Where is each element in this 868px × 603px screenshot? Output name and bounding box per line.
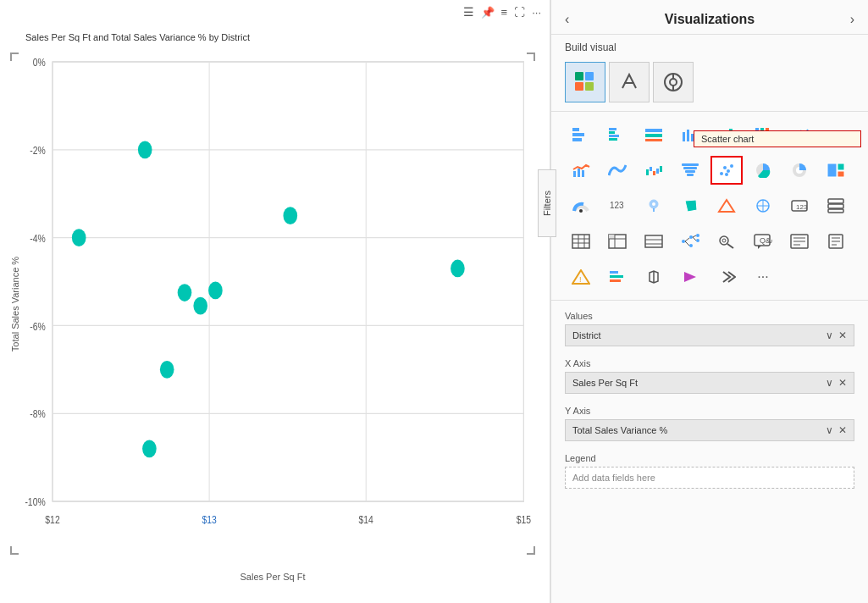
svg-point-21 <box>72 229 86 246</box>
map-icon[interactable] <box>638 191 670 220</box>
nav-left-arrow[interactable]: ‹ <box>565 12 569 27</box>
matrix-icon[interactable] <box>601 227 633 256</box>
legend-placeholder[interactable]: Add data fields here <box>565 467 854 489</box>
svg-rect-31 <box>585 72 594 80</box>
multirow-card-icon[interactable] <box>820 191 852 220</box>
svg-text:$13: $13 <box>202 513 217 525</box>
values-label: Values <box>565 311 854 321</box>
svg-rect-70 <box>660 166 662 172</box>
smart-table-icon[interactable] <box>638 227 670 256</box>
kpi-icon[interactable]: 123 <box>601 191 633 220</box>
svg-rect-106 <box>609 235 615 239</box>
stacked-bar-chart-icon[interactable] <box>565 120 597 149</box>
svg-rect-30 <box>575 72 583 80</box>
svg-point-121 <box>720 236 728 245</box>
svg-rect-56 <box>724 130 727 134</box>
table-icon[interactable] <box>565 227 597 256</box>
values-chevron-icon[interactable]: ∨ <box>826 329 833 341</box>
svg-rect-0 <box>53 62 523 501</box>
xaxis-label: X Axis <box>565 358 854 368</box>
clustered-bar-icon[interactable] <box>601 120 633 149</box>
svg-text:-10%: -10% <box>25 495 46 507</box>
filter-icon[interactable]: ≡ <box>501 6 508 19</box>
svg-text:-6%: -6% <box>30 320 46 332</box>
svg-rect-55 <box>724 134 727 141</box>
area-chart-vis-icon[interactable] <box>820 120 852 149</box>
filters-tab[interactable]: Filters <box>538 169 556 237</box>
smart-narrative-icon[interactable] <box>783 227 815 256</box>
svg-rect-45 <box>609 138 617 141</box>
100pct-stacked-column-icon[interactable] <box>747 120 779 149</box>
yaxis-close-icon[interactable]: ✕ <box>838 424 847 436</box>
stacked-column-icon[interactable] <box>710 120 743 149</box>
ribbon-chart-icon[interactable] <box>601 156 633 185</box>
svg-rect-58 <box>729 129 733 132</box>
line-column-combo-icon[interactable] <box>565 156 597 185</box>
legend-section: Legend Add data fields here <box>551 448 868 495</box>
donut-chart-icon[interactable] <box>783 156 815 185</box>
svg-line-119 <box>693 235 696 237</box>
svg-rect-49 <box>683 132 685 141</box>
format-icon[interactable] <box>609 62 650 102</box>
line-chart-vis-icon[interactable] <box>783 120 815 149</box>
anomaly-detection-icon[interactable]: ! <box>565 263 597 291</box>
expand-icon[interactable]: ⛶ <box>514 6 525 19</box>
paginated-report-icon[interactable] <box>820 227 852 256</box>
pie-chart-vis-icon[interactable] <box>747 156 779 185</box>
divider-1 <box>551 111 868 112</box>
svg-rect-97 <box>828 199 843 203</box>
yaxis-pill: Total Sales Variance % ∨ ✕ <box>565 419 854 441</box>
svg-point-23 <box>178 284 192 302</box>
funnel-chart-icon[interactable] <box>674 156 706 185</box>
svg-rect-67 <box>650 167 652 171</box>
chevron-right-icon[interactable] <box>710 263 743 291</box>
svg-line-118 <box>685 241 689 246</box>
svg-rect-52 <box>695 131 698 141</box>
values-pill: District ∨ ✕ <box>565 324 854 346</box>
svg-text:$14: $14 <box>359 513 374 525</box>
nav-right-arrow[interactable]: › <box>850 12 854 27</box>
svg-rect-138 <box>610 275 623 278</box>
icon-map-icon[interactable] <box>638 263 670 291</box>
waterfall-chart-icon[interactable] <box>638 156 670 185</box>
scatter-chart-vis-icon[interactable] <box>710 156 743 185</box>
build-visual-label: Build visual <box>551 35 868 58</box>
values-close-icon[interactable]: ✕ <box>838 329 847 341</box>
treemap-icon[interactable] <box>820 156 852 185</box>
azure-map-icon[interactable] <box>747 191 779 220</box>
decomp-tree-vis-icon[interactable] <box>674 227 706 256</box>
svg-point-112 <box>682 240 685 243</box>
filled-map-icon[interactable] <box>674 191 706 220</box>
play-axis-icon[interactable] <box>674 263 706 291</box>
svg-point-122 <box>722 239 726 242</box>
svg-point-27 <box>142 440 157 457</box>
chart-panel: Filters ☰ 📌 ≡ ⛶ ··· Sales Per Sq Ft and … <box>0 0 550 603</box>
gauge-icon[interactable] <box>565 191 597 220</box>
viz-icon-grid-1 <box>551 117 868 152</box>
svg-point-115 <box>696 234 699 237</box>
svg-point-25 <box>208 282 223 300</box>
pin-icon[interactable]: 📌 <box>481 6 495 19</box>
100pct-stacked-bar-icon[interactable] <box>638 120 670 149</box>
analytics-panel-icon[interactable] <box>653 62 694 102</box>
corner-br <box>527 546 535 555</box>
ellipsis-icon[interactable]: ··· <box>532 6 541 19</box>
more-lines-icon[interactable]: ☰ <box>463 5 474 19</box>
bar-race-chart-icon[interactable] <box>601 263 633 291</box>
fields-icon[interactable] <box>565 62 605 102</box>
clustered-column-icon[interactable] <box>674 120 706 149</box>
svg-rect-48 <box>645 139 662 141</box>
xaxis-chevron-icon[interactable]: ∨ <box>826 377 833 389</box>
svg-point-113 <box>689 235 693 239</box>
qa-visual-icon[interactable]: Q&A <box>747 227 779 256</box>
xaxis-close-icon[interactable]: ✕ <box>838 377 847 389</box>
key-influencers-icon[interactable] <box>710 227 743 256</box>
yaxis-pill-text: Total Sales Variance % <box>572 425 667 435</box>
svg-rect-33 <box>585 82 594 91</box>
shape-map-icon[interactable] <box>710 191 743 220</box>
svg-marker-91 <box>719 200 734 212</box>
card-icon[interactable]: 123 <box>783 191 815 220</box>
y-axis-label: Total Sales Variance % <box>10 256 20 351</box>
yaxis-chevron-icon[interactable]: ∨ <box>826 424 833 436</box>
more-visuals-btn[interactable]: ··· <box>747 263 779 291</box>
